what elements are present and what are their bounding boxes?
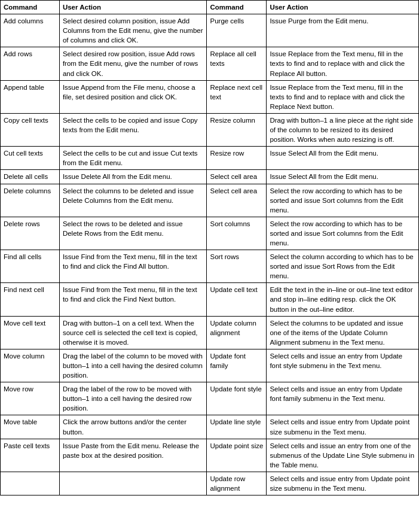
table-row: Delete columnsSelect the columns to be d…	[1, 184, 419, 217]
right-useraction-cell: Issue Select All from the Edit menu.	[267, 170, 419, 184]
left-command-cell: Move cell text	[1, 316, 60, 349]
table-row: Move tableClick the arrow buttons and/or…	[1, 415, 419, 439]
right-useraction-cell: Issue Purge from the Edit menu.	[267, 14, 419, 47]
header-command-left: Command	[1, 1, 60, 14]
left-useraction-cell: Select the cells to be copied and issue …	[59, 113, 207, 146]
right-command-cell: Update row alignment	[207, 472, 267, 495]
left-useraction-cell: Issue Find from the Text menu, fill in t…	[59, 283, 207, 316]
table-row: Copy cell textsSelect the cells to be co…	[1, 113, 419, 146]
header-command-right: Command	[207, 1, 267, 14]
table-row: Add rowsSelect desired row position, iss…	[1, 47, 419, 80]
left-command-cell: Move column	[1, 349, 60, 382]
right-useraction-cell: Select cells and issue entry from Update…	[267, 472, 419, 495]
left-useraction-cell: Issue Find from the Text menu, fill in t…	[59, 250, 207, 283]
right-useraction-cell: Select cells and issue an entry from one…	[267, 439, 419, 472]
left-useraction-cell: Select the cells to be cut and issue Cut…	[59, 147, 207, 170]
left-command-cell: Paste cell texts	[1, 439, 60, 472]
right-useraction-cell: Select cells and issue an entry from Upd…	[267, 349, 419, 382]
right-useraction-cell: Drag with button–1 a line piece at the r…	[267, 113, 419, 146]
right-command-cell: Select cell area	[207, 184, 267, 217]
left-command-cell: Cut cell texts	[1, 147, 60, 170]
right-command-cell: Resize row	[207, 147, 267, 170]
right-useraction-cell: Select the column according to which has…	[267, 250, 419, 283]
table-row: Add columnsSelect desired column positio…	[1, 14, 419, 47]
table-row: Cut cell textsSelect the cells to be cut…	[1, 147, 419, 170]
table-row: Update row alignmentSelect cells and iss…	[1, 472, 419, 495]
right-useraction-cell: Select the row according to which has to…	[267, 184, 419, 217]
left-useraction-cell: Select desired column position, issue Ad…	[59, 14, 207, 47]
right-useraction-cell: Select cells and issue entry from Update…	[267, 415, 419, 439]
right-useraction-cell: Issue Select All from the Edit menu.	[267, 147, 419, 170]
right-command-cell: Sort rows	[207, 250, 267, 283]
right-command-cell: Update font style	[207, 382, 267, 415]
right-command-cell: Update font family	[207, 349, 267, 382]
right-useraction-cell: Select cells and issue an entry from Upd…	[267, 382, 419, 415]
table-row: Move cell textDrag with button–1 on a ce…	[1, 316, 419, 349]
right-command-cell: Sort columns	[207, 217, 267, 250]
right-useraction-cell: Select the columns to be updated and iss…	[267, 316, 419, 349]
left-command-cell: Copy cell texts	[1, 113, 60, 146]
table-row: Append tableIssue Append from the File m…	[1, 80, 419, 113]
header-row: Command User Action Command User Action	[1, 1, 419, 14]
right-command-cell: Update cell text	[207, 283, 267, 316]
right-useraction-cell: Issue Replace from the Text menu, fill i…	[267, 47, 419, 80]
left-useraction-cell: Drag the label of the column to be moved…	[59, 349, 207, 382]
left-command-cell: Move row	[1, 382, 60, 415]
right-command-cell: Replace next cell text	[207, 80, 267, 113]
left-command-cell: Find next cell	[1, 283, 60, 316]
header-useraction-left: User Action	[59, 1, 207, 14]
left-useraction-cell: Click the arrow buttons and/or the cente…	[59, 415, 207, 439]
right-command-cell: Update column alignment	[207, 316, 267, 349]
table-row: Find all cellsIssue Find from the Text m…	[1, 250, 419, 283]
main-table-container: Command User Action Command User Action …	[0, 0, 419, 495]
left-command-cell: Delete columns	[1, 184, 60, 217]
left-useraction-cell	[59, 472, 207, 495]
left-useraction-cell: Select desired row position, issue Add r…	[59, 47, 207, 80]
left-useraction-cell: Drag the label of the row to be moved wi…	[59, 382, 207, 415]
right-command-cell: Purge cells	[207, 14, 267, 47]
right-command-cell: Resize column	[207, 113, 267, 146]
table-row: Paste cell textsIssue Paste from the Edi…	[1, 439, 419, 472]
header-useraction-right: User Action	[267, 1, 419, 14]
left-command-cell: Move table	[1, 415, 60, 439]
left-command-cell: Add rows	[1, 47, 60, 80]
right-command-cell: Select cell area	[207, 170, 267, 184]
commands-table: Command User Action Command User Action …	[0, 0, 419, 495]
left-command-cell: Append table	[1, 80, 60, 113]
table-row: Delete all cellsIssue Delete All from th…	[1, 170, 419, 184]
right-useraction-cell: Select the row according to which has to…	[267, 217, 419, 250]
left-useraction-cell: Select the rows to be deleted and issue …	[59, 217, 207, 250]
table-row: Find next cellIssue Find from the Text m…	[1, 283, 419, 316]
left-command-cell: Find all cells	[1, 250, 60, 283]
left-useraction-cell: Drag with button–1 on a cell text. When …	[59, 316, 207, 349]
left-useraction-cell: Issue Delete All from the Edit menu.	[59, 170, 207, 184]
table-row: Move rowDrag the label of the row to be …	[1, 382, 419, 415]
left-command-cell: Delete all cells	[1, 170, 60, 184]
right-useraction-cell: Issue Replace from the Text menu, fill i…	[267, 80, 419, 113]
left-command-cell: Delete rows	[1, 217, 60, 250]
right-useraction-cell: Edit the text in the in–line or out–line…	[267, 283, 419, 316]
right-command-cell: Update point size	[207, 439, 267, 472]
left-command-cell: Add columns	[1, 14, 60, 47]
left-useraction-cell: Issue Paste from the Edit menu. Release …	[59, 439, 207, 472]
table-row: Delete rowsSelect the rows to be deleted…	[1, 217, 419, 250]
table-row: Move columnDrag the label of the column …	[1, 349, 419, 382]
right-command-cell: Replace all cell texts	[207, 47, 267, 80]
left-useraction-cell: Select the columns to be deleted and iss…	[59, 184, 207, 217]
right-command-cell: Update line style	[207, 415, 267, 439]
left-command-cell	[1, 472, 60, 495]
left-useraction-cell: Issue Append from the File menu, choose …	[59, 80, 207, 113]
